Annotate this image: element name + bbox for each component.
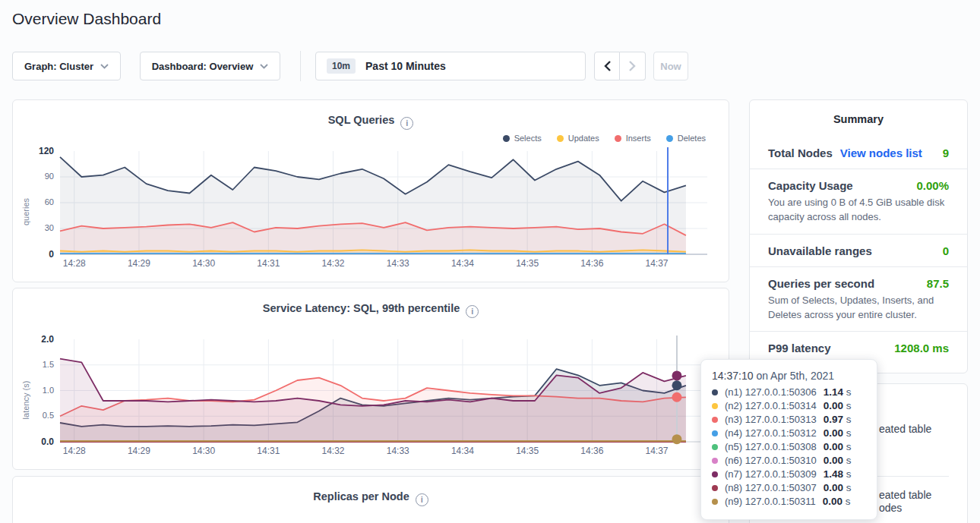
chevron-left-icon	[604, 61, 611, 71]
sql-queries-card: SQL Queriesi SelectsUpdatesInsertsDelete…	[12, 99, 729, 282]
y-tick-label: 0.0	[41, 436, 54, 447]
view-nodes-list-link[interactable]: View nodes list	[840, 147, 922, 159]
chart-canvas[interactable]	[60, 339, 707, 442]
series-dot	[712, 444, 718, 450]
tooltip-row: (n7) 127.0.0.1:503091.48 s	[712, 468, 866, 480]
y-tick-label: 90	[45, 172, 54, 181]
chart-title-row: SQL Queriesi	[13, 114, 729, 130]
series-dot	[712, 389, 718, 395]
tooltip-row: (n4) 127.0.0.1:503120.00 s	[712, 427, 866, 439]
legend-item[interactable]: Inserts	[615, 134, 651, 143]
tooltip-row: (n3) 127.0.0.1:503130.97 s	[712, 414, 866, 425]
tooltip-value-unit: s	[843, 455, 852, 466]
graph-dropdown[interactable]: Graph: Cluster	[12, 52, 121, 80]
time-next-button[interactable]	[620, 52, 646, 80]
tooltip-node-label: (n1) 127.0.0.1:50306	[725, 386, 817, 398]
time-prev-button[interactable]	[594, 52, 620, 80]
tooltip-node-value: 0.97 s	[824, 414, 852, 425]
chevron-down-icon	[100, 64, 109, 69]
legend-label: Inserts	[626, 134, 651, 143]
dashboard-dropdown-label: Dashboard: Overview	[152, 61, 254, 72]
tooltip-value-unit: s	[843, 468, 852, 480]
summary-heading: Summary	[750, 113, 967, 125]
dashboard-dropdown[interactable]: Dashboard: Overview	[140, 52, 280, 80]
legend-item[interactable]: Deletes	[666, 134, 706, 143]
tooltip-date: on Apr 5th, 2021	[754, 370, 835, 382]
tooltip-node-value: 0.00 s	[824, 400, 852, 411]
controls-divider	[300, 51, 301, 81]
tooltip-value-unit: s	[843, 414, 852, 425]
time-range-dropdown[interactable]: 10m Past 10 Minutes	[315, 52, 586, 80]
summary-panel: Summary Total Nodes View nodes list 9 Ca…	[749, 99, 968, 373]
legend-dot	[503, 135, 510, 142]
tooltip-node-label: (n8) 127.0.0.1:50307	[725, 482, 817, 493]
x-tick-label: 14:29	[124, 446, 154, 456]
series-dot	[712, 403, 718, 409]
info-icon[interactable]: i	[466, 305, 479, 318]
event-item-text: eated table	[879, 489, 931, 501]
legend-label: Selects	[514, 134, 542, 143]
info-icon[interactable]: i	[416, 493, 428, 506]
summary-value: 1208.0 ms	[894, 342, 949, 354]
event-item-text: odes	[879, 502, 902, 514]
y-tick-label: 0.5	[43, 411, 54, 420]
sql-queries-plot: queries 0306090120 14:2814:2914:3014:311…	[13, 151, 730, 273]
event-item-text: eated table	[879, 423, 931, 435]
x-tick-label: 14:34	[447, 258, 478, 269]
x-tick-label: 14:37	[642, 446, 672, 456]
tooltip-value-unit: s	[843, 427, 852, 439]
y-tick-label: 0	[49, 249, 54, 260]
x-tick-label: 14:37	[642, 258, 672, 269]
chart-legend: SelectsUpdatesInsertsDeletes	[503, 134, 706, 143]
tooltip-node-label: (n4) 127.0.0.1:50312	[725, 427, 817, 439]
y-tick-label: 60	[45, 197, 54, 206]
x-tick-label: 14:33	[383, 258, 413, 269]
x-tick-label: 14:31	[253, 258, 283, 269]
crosshair-dot	[672, 434, 681, 444]
legend-dot	[615, 135, 621, 142]
legend-item[interactable]: Updates	[557, 134, 599, 143]
tooltip-node-label: (n2) 127.0.0.1:50314	[725, 400, 817, 411]
chart-title: Service Latency: SQL, 99th percentile	[263, 302, 460, 314]
x-tick-label: 14:35	[512, 446, 542, 456]
x-tick-label: 14:35	[512, 258, 542, 269]
x-tick-label: 14:29	[124, 258, 154, 269]
tooltip-row: (n2) 127.0.0.1:503140.00 s	[712, 400, 866, 411]
series-dot	[712, 485, 718, 491]
chart-tooltip: 14:37:10 on Apr 5th, 2021 (n1) 127.0.0.1…	[700, 359, 877, 520]
tooltip-node-value: 0.00 s	[824, 427, 852, 439]
tooltip-rows: (n1) 127.0.0.1:503061.14 s(n2) 127.0.0.1…	[712, 386, 866, 507]
info-icon[interactable]: i	[400, 117, 413, 130]
chart-title-row: Service Latency: SQL, 99th percentilei	[13, 302, 729, 318]
x-tick-label: 14:28	[59, 258, 90, 269]
series-dot	[712, 417, 718, 423]
tooltip-value-unit: s	[843, 400, 852, 411]
x-tick-label: 14:30	[188, 446, 219, 456]
legend-item[interactable]: Selects	[503, 134, 542, 143]
tooltip-row: (n8) 127.0.0.1:503070.00 s	[712, 482, 866, 493]
y-tick-label: 120	[39, 146, 54, 156]
series-dot	[712, 430, 718, 436]
summary-value: 87.5	[927, 277, 949, 290]
x-tick-label: 14:28	[59, 446, 90, 456]
y-axis-ticks: 0306090120	[13, 151, 54, 273]
legend-dot	[666, 135, 673, 142]
now-button[interactable]: Now	[653, 52, 688, 80]
chart-canvas[interactable]	[60, 151, 707, 254]
x-tick-label: 14:36	[577, 258, 607, 269]
summary-subtitle: You are using 0 B of 4.5 GiB usable disk…	[768, 196, 949, 225]
chevron-right-icon	[629, 61, 636, 71]
x-tick-label: 14:36	[577, 446, 607, 456]
series-dot	[712, 458, 718, 464]
summary-rows: Total Nodes View nodes list 9 Capacity U…	[750, 137, 967, 364]
time-range-label: Past 10 Minutes	[365, 60, 446, 72]
tooltip-value-unit: s	[843, 482, 852, 493]
service-latency-card: Service Latency: SQL, 99th percentilei l…	[12, 288, 729, 470]
summary-subtitle: Sum of Selects, Updates, Inserts, and De…	[768, 294, 949, 323]
y-axis-ticks: 0.00.51.01.52.0	[13, 339, 54, 461]
tooltip-row: (n9) 127.0.0.1:503110.00 s	[712, 496, 866, 507]
legend-label: Deletes	[678, 134, 706, 143]
crosshair-dot	[672, 370, 681, 380]
summary-label: Queries per second	[768, 277, 874, 290]
crosshair-dot	[672, 392, 681, 402]
